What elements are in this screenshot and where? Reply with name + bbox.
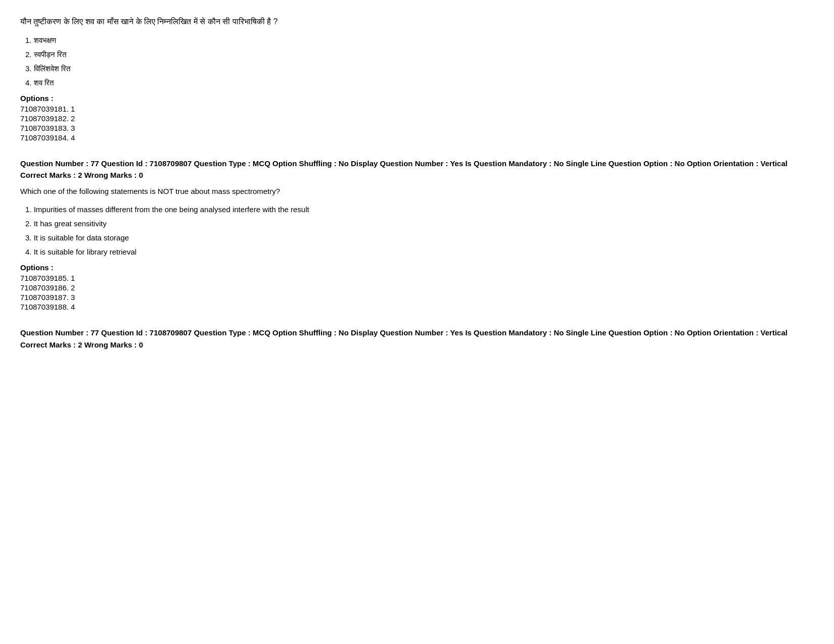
english-option-1-3: 3. It is suitable for data storage	[25, 232, 814, 244]
hindi-option-1: 1. शवभक्षण	[25, 34, 814, 46]
english-option-1-2: 2. It has great sensitivity	[25, 218, 814, 230]
hindi-option-id-3: 71087039183. 3	[20, 124, 814, 132]
option-id-1-3: 71087039187. 3	[20, 293, 814, 302]
hindi-option-ids: 71087039181. 1 71087039182. 2 7108703918…	[20, 105, 814, 142]
hindi-options-label: Options :	[20, 94, 814, 103]
question-meta-1: Question Number : 77 Question Id : 71087…	[20, 157, 814, 170]
marks-line-2: Correct Marks : 2 Wrong Marks : 0	[20, 340, 814, 349]
marks-line-1: Correct Marks : 2 Wrong Marks : 0	[20, 171, 814, 179]
english-option-1-4: 4. It is suitable for library retrieval	[25, 246, 814, 258]
hindi-option-id-4: 71087039184. 4	[20, 133, 814, 142]
option-ids-1: 71087039185. 1 71087039186. 2 7108703918…	[20, 274, 814, 311]
english-option-1-1: 1. Impurities of masses different from t…	[25, 204, 814, 216]
hindi-option-id-1: 71087039181. 1	[20, 105, 814, 113]
option-id-1-1: 71087039185. 1	[20, 274, 814, 282]
hindi-options-list: 1. शवभक्षण 2. स्वपीड़न रित 3. विलिंशवेश …	[25, 34, 814, 89]
english-question-1: Which one of the following statements is…	[20, 185, 814, 197]
hindi-option-3: 3. विलिंशवेश रित	[25, 63, 814, 75]
question-block-1: Question Number : 77 Question Id : 71087…	[20, 157, 814, 312]
hindi-option-4: 4. शव रित	[25, 77, 814, 89]
english-options-list-1: 1. Impurities of masses different from t…	[25, 204, 814, 258]
question-block-2: Question Number : 77 Question Id : 71087…	[20, 326, 814, 349]
hindi-option-id-2: 71087039182. 2	[20, 114, 814, 123]
option-id-1-2: 71087039186. 2	[20, 283, 814, 292]
question-meta-2: Question Number : 77 Question Id : 71087…	[20, 326, 814, 339]
option-id-1-4: 71087039188. 4	[20, 303, 814, 311]
hindi-question-text: यौन तुष्टीकरण के लिए शव का माँस खाने के …	[20, 15, 814, 28]
options-label-1: Options :	[20, 263, 814, 272]
section-hindi-question: यौन तुष्टीकरण के लिए शव का माँस खाने के …	[20, 15, 814, 142]
hindi-option-2: 2. स्वपीड़न रित	[25, 48, 814, 61]
